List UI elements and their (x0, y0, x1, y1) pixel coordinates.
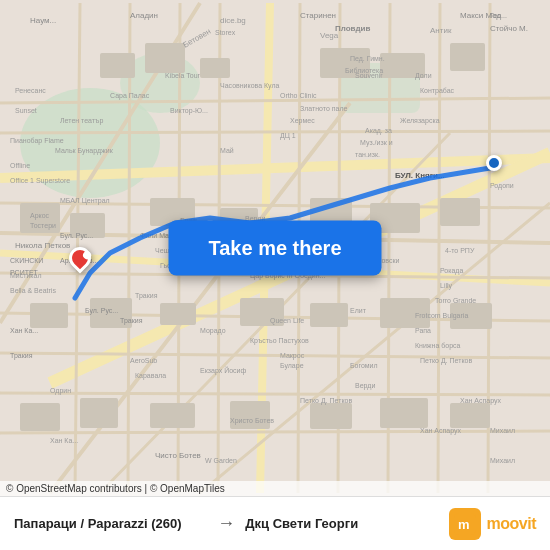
svg-text:Часовникова Кула: Часовникова Кула (220, 82, 280, 90)
svg-text:Пед. Гимн.: Пед. Гимн. (350, 55, 385, 63)
svg-rect-55 (380, 398, 428, 428)
svg-text:Тостери: Тостери (30, 222, 56, 230)
svg-text:Никола Петков: Никола Петков (15, 241, 70, 250)
svg-text:Буларе: Буларе (280, 362, 304, 370)
moovit-text-label: moovit (487, 515, 536, 533)
svg-text:m: m (458, 517, 470, 532)
svg-text:Книжна борса: Книжна борса (415, 342, 461, 350)
svg-text:Петко Д. Петков: Петко Д. Петков (420, 357, 472, 365)
svg-text:Морадо: Морадо (200, 327, 226, 335)
svg-rect-47 (310, 303, 348, 327)
svg-rect-32 (200, 58, 230, 78)
svg-text:Михаил: Михаил (490, 457, 515, 464)
svg-rect-52 (150, 403, 195, 428)
pin-marker (65, 247, 91, 269)
svg-rect-53 (230, 401, 270, 429)
svg-rect-31 (145, 43, 185, 73)
svg-line-9 (0, 131, 550, 133)
svg-text:Sunset: Sunset (15, 107, 37, 114)
svg-text:4-то РПУ: 4-то РПУ (445, 247, 475, 254)
svg-rect-50 (20, 403, 60, 431)
svg-text:Макрос: Макрос (280, 352, 305, 360)
svg-text:Ренесанс: Ренесанс (15, 87, 46, 94)
svg-text:Lilly: Lilly (440, 282, 453, 290)
svg-text:Елит: Елит (350, 307, 367, 314)
arrow-icon: → (217, 513, 235, 534)
svg-text:Аладин: Аладин (130, 11, 158, 20)
svg-text:Kibela Tour: Kibela Tour (165, 72, 201, 79)
svg-text:Контрабас: Контрабас (420, 87, 455, 95)
svg-text:Летен театър: Летен театър (60, 117, 103, 125)
svg-text:Каравала: Каравала (135, 372, 166, 380)
svg-text:Муз./изк и: Муз./изк и (360, 139, 393, 147)
app: Бетовен Vega Антик Ренесанс Sunset Пиано… (0, 0, 550, 550)
svg-text:Мальк Бунарджик: Мальк Бунарджик (55, 147, 114, 155)
svg-text:Queen Life: Queen Life (270, 317, 304, 325)
svg-text:Одрин: Одрин (50, 387, 71, 395)
svg-text:тан.изк.: тан.изк. (355, 151, 380, 158)
svg-text:Хан Аспарух: Хан Аспарух (420, 427, 462, 435)
svg-text:Бул. Рус...: Бул. Рус... (60, 232, 93, 240)
svg-text:Акад. за: Акад. за (365, 127, 392, 135)
svg-text:Offline: Offline (10, 162, 30, 169)
moovit-icon: m (449, 508, 481, 540)
svg-text:Тракия: Тракия (120, 317, 143, 325)
svg-text:Пловдив: Пловдив (335, 24, 371, 33)
svg-text:РСИТЕТ: РСИТЕТ (10, 269, 39, 276)
svg-text:СКИНСКИ: СКИНСКИ (10, 257, 43, 264)
svg-line-24 (438, 3, 440, 493)
svg-rect-30 (100, 53, 135, 78)
svg-line-15 (0, 393, 550, 395)
svg-text:Рокада: Рокада (440, 267, 463, 275)
svg-text:dice.bg: dice.bg (220, 16, 246, 25)
svg-text:Ortho Clinic: Ortho Clinic (280, 92, 317, 99)
from-stop-label: Папараци / Paparazzi (260) (14, 516, 207, 531)
to-stop-label: Дкц Свети Георги (245, 516, 438, 531)
svg-text:Bella & Beatris: Bella & Beatris (10, 287, 56, 294)
svg-rect-54 (310, 403, 352, 429)
svg-text:Office 1 Superstore: Office 1 Superstore (10, 177, 70, 185)
bottom-bar: Папараци / Paparazzi (260) → Дкц Свети Г… (0, 496, 550, 550)
svg-text:Антик: Антик (430, 26, 452, 35)
svg-text:W Garden: W Garden (205, 457, 237, 464)
map-attribution: © OpenStreetMap contributors | © OpenMap… (0, 481, 550, 496)
svg-text:Рапа: Рапа (415, 327, 431, 334)
svg-text:Гео...: Гео... (490, 12, 507, 19)
svg-text:Златното пале: Златното пале (300, 105, 348, 112)
svg-text:Storex: Storex (215, 29, 236, 36)
svg-text:Старинен: Старинен (300, 11, 336, 20)
svg-text:Torro Grande: Torro Grande (435, 297, 476, 304)
svg-text:МБАЛ Централ: МБАЛ Централ (60, 197, 110, 205)
blue-dot-location (486, 155, 502, 171)
svg-text:Желязарска: Желязарска (400, 117, 440, 125)
svg-text:Библиотека: Библиотека (345, 67, 383, 74)
svg-text:Frotcom Bulgaria: Frotcom Bulgaria (415, 312, 468, 320)
svg-text:Сара Палас: Сара Палас (110, 92, 150, 100)
svg-text:ДЦ 1: ДЦ 1 (280, 132, 296, 140)
svg-text:Чисто Ботев: Чисто Ботев (155, 451, 201, 460)
svg-text:Бул. Рус...: Бул. Рус... (85, 307, 118, 315)
svg-text:Наум...: Наум... (30, 16, 56, 25)
svg-text:Доли: Доли (415, 72, 432, 80)
svg-text:Петко Д. Петков: Петко Д. Петков (300, 397, 352, 405)
svg-rect-45 (160, 303, 196, 325)
svg-rect-43 (30, 303, 68, 328)
svg-text:Май: Май (220, 147, 234, 154)
svg-text:Виктор-Ю...: Виктор-Ю... (170, 107, 208, 115)
svg-text:Богомил: Богомил (350, 362, 378, 369)
svg-text:Хермес: Хермес (290, 117, 315, 125)
svg-text:Хан Ка...: Хан Ка... (50, 437, 78, 444)
take-me-there-button[interactable]: Take me there (168, 221, 381, 276)
svg-rect-56 (450, 403, 490, 428)
svg-text:Аркос: Аркос (30, 212, 50, 220)
svg-text:AeroSub: AeroSub (130, 357, 157, 364)
svg-text:Кръстьо Пастухов: Кръстьо Пастухов (250, 337, 309, 345)
svg-rect-35 (450, 43, 485, 71)
svg-text:Екзарх Йосиф: Екзарх Йосиф (200, 366, 247, 375)
map-container: Бетовен Vega Антик Ренесанс Sunset Пиано… (0, 0, 550, 496)
svg-text:Стойчо М.: Стойчо М. (490, 24, 528, 33)
svg-text:Хан Ка...: Хан Ка... (10, 327, 38, 334)
svg-text:Тракия: Тракия (135, 292, 158, 300)
svg-rect-42 (440, 198, 480, 226)
moovit-logo: m moovit (449, 508, 536, 540)
